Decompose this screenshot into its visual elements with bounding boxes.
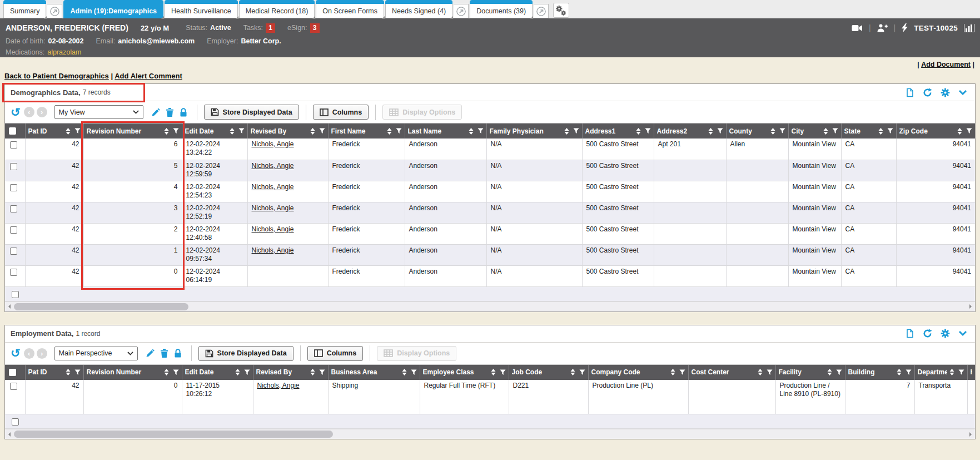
row-checkbox[interactable] [10, 269, 17, 276]
col-header-cost-center[interactable]: Cost Center [688, 365, 775, 380]
filter-icon[interactable] [500, 369, 506, 375]
col-header-address1[interactable]: Address1 [582, 123, 654, 139]
filter-icon[interactable] [173, 369, 179, 375]
revised-by-link[interactable]: Nichols, Angie [252, 140, 294, 148]
filter-icon[interactable] [779, 128, 785, 134]
sort-icon[interactable] [164, 128, 169, 135]
sort-icon[interactable] [708, 128, 713, 135]
sort-icon[interactable] [310, 369, 315, 375]
sort-icon[interactable] [827, 369, 832, 375]
tab-popout-button[interactable] [454, 4, 469, 18]
sort-icon[interactable] [387, 128, 392, 135]
col-header-edit-date[interactable]: Edit Date [182, 123, 247, 139]
add-alert-comment-link[interactable]: Add Alert Comment [115, 72, 182, 80]
filter-icon[interactable] [319, 369, 325, 375]
sort-icon[interactable] [491, 369, 496, 375]
col-header-h[interactable]: H [967, 365, 975, 380]
col-header-family-physician[interactable]: Family Physician [486, 123, 582, 139]
col-header-building[interactable]: Building [845, 365, 914, 380]
sort-icon[interactable] [564, 128, 569, 135]
refresh-icon[interactable] [923, 88, 932, 97]
filter-icon[interactable] [887, 128, 893, 134]
add-document-link[interactable]: Add Document [921, 61, 971, 68]
filter-icon[interactable] [832, 128, 838, 134]
edit-pencil-icon[interactable] [146, 349, 155, 358]
filter-icon[interactable] [958, 369, 964, 375]
revised-by-link[interactable]: Nichols, Angie [252, 204, 294, 212]
nav-back-icon[interactable]: ‹ [24, 348, 34, 359]
sort-icon[interactable] [570, 369, 575, 375]
filter-icon[interactable] [396, 128, 402, 134]
sort-icon[interactable] [897, 369, 902, 375]
nav-forward-icon[interactable]: › [37, 348, 47, 359]
sort-icon[interactable] [878, 128, 883, 135]
sort-icon[interactable] [402, 369, 407, 375]
col-header-company-code[interactable]: Company Code [588, 365, 688, 380]
horizontal-scrollbar[interactable] [5, 301, 975, 311]
sort-icon[interactable] [66, 128, 71, 135]
scroll-left-arrow[interactable] [5, 429, 14, 439]
undo-icon[interactable]: ↺ [11, 348, 21, 359]
tasks-badge[interactable]: 1 [266, 23, 275, 33]
sort-icon[interactable] [469, 128, 474, 135]
col-header-edit-date[interactable]: Edit Date [182, 365, 253, 380]
undo-icon[interactable]: ↺ [11, 107, 21, 118]
filter-icon[interactable] [679, 369, 685, 375]
tab-health-surveillance[interactable]: Health Surveillance [165, 0, 238, 18]
collapse-chevron-icon[interactable] [958, 330, 967, 337]
new-document-icon[interactable] [906, 329, 914, 338]
lightning-icon[interactable] [902, 23, 908, 32]
row-checkbox[interactable] [12, 291, 19, 298]
col-header-job-code[interactable]: Job Code [509, 365, 588, 380]
col-header-county[interactable]: County [726, 123, 788, 139]
tab-documents-39[interactable]: Documents (39) [470, 0, 533, 18]
sort-icon[interactable] [758, 369, 763, 375]
store-displayed-data-button[interactable]: Store Displayed Data [198, 346, 293, 361]
col-header-revision-number[interactable]: Revision Number [83, 123, 182, 139]
filter-icon[interactable] [74, 369, 81, 375]
col-header-first-name[interactable]: First Name [328, 123, 405, 139]
row-checkbox[interactable] [10, 184, 17, 191]
tab-settings-button[interactable] [553, 3, 569, 18]
revised-by-link[interactable]: Nichols, Angie [257, 382, 300, 389]
filter-icon[interactable] [767, 369, 773, 375]
delete-trash-icon[interactable] [166, 108, 174, 117]
revised-by-link[interactable]: Nichols, Angie [252, 246, 294, 254]
back-to-demographics-link[interactable]: Back to Patient Demographics [4, 72, 109, 80]
row-checkbox[interactable] [10, 383, 17, 390]
refresh-icon[interactable] [923, 329, 932, 338]
sort-icon[interactable] [310, 128, 315, 135]
sort-icon[interactable] [770, 128, 775, 135]
scroll-left-arrow[interactable] [5, 302, 14, 311]
filter-icon[interactable] [319, 128, 325, 134]
filter-icon[interactable] [411, 369, 417, 375]
columns-button[interactable]: Columns [307, 346, 363, 361]
col-header-pat-id[interactable]: Pat ID [25, 123, 83, 139]
tab-on-screen-forms[interactable]: On Screen Forms [316, 0, 384, 18]
col-header-address2[interactable]: Address2 [654, 123, 726, 139]
sort-icon[interactable] [670, 369, 675, 375]
scroll-right-arrow[interactable] [966, 302, 975, 311]
col-header-city[interactable]: City [788, 123, 841, 139]
medications-value[interactable]: alprazolam [47, 48, 81, 56]
sort-icon[interactable] [164, 369, 169, 375]
col-header-revised-by[interactable]: Revised By [247, 123, 328, 139]
scrollbar-thumb[interactable] [14, 303, 188, 310]
col-header-zip-code[interactable]: Zip Code [896, 123, 975, 139]
tab-medical-record-18[interactable]: Medical Record (18) [239, 0, 315, 18]
lock-icon[interactable] [180, 108, 187, 117]
filter-icon[interactable] [573, 128, 579, 134]
gear-icon[interactable] [941, 88, 950, 97]
filter-icon[interactable] [238, 128, 245, 134]
tab-admin-19-demographics[interactable]: Admin (19):Demographics [63, 0, 163, 18]
scrollbar-thumb[interactable] [14, 431, 333, 438]
scroll-right-arrow[interactable] [966, 429, 975, 439]
horizontal-scrollbar[interactable] [5, 429, 975, 439]
tab-popout-button[interactable] [47, 4, 62, 18]
filter-icon[interactable] [244, 369, 250, 375]
revised-by-link[interactable]: Nichols, Angie [252, 183, 294, 191]
col-header-employee-class[interactable]: Employee Class [420, 365, 509, 380]
chart-icon[interactable] [964, 24, 974, 32]
row-checkbox[interactable] [10, 163, 17, 170]
select-all-checkbox[interactable] [9, 127, 16, 135]
